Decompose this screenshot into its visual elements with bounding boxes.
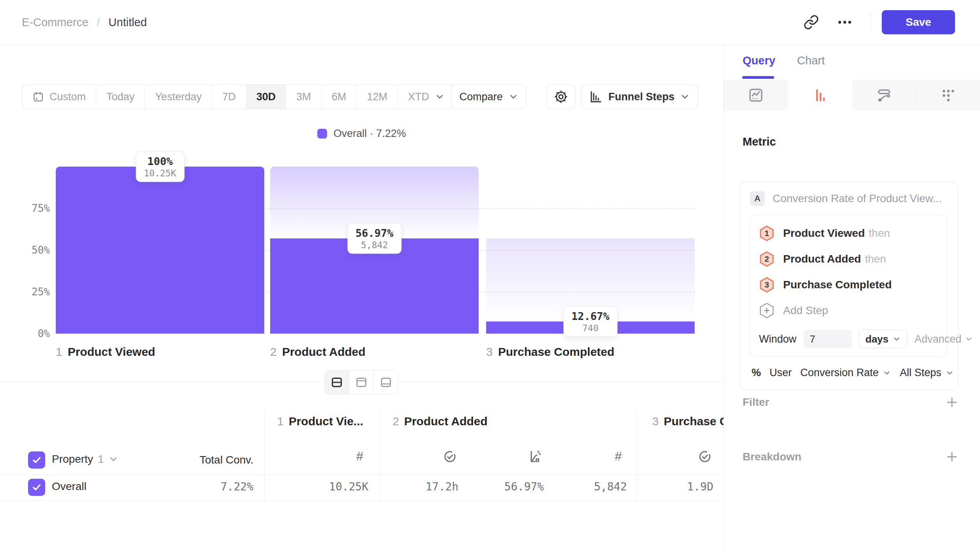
count-icon: # bbox=[356, 449, 363, 464]
breakdown-label: Breakdown bbox=[743, 451, 801, 463]
date-range-12m[interactable]: 12M bbox=[357, 85, 398, 109]
window-value-input[interactable] bbox=[803, 330, 852, 348]
tab-query[interactable]: Query bbox=[743, 54, 775, 67]
breadcrumb-current[interactable]: Untitled bbox=[108, 16, 147, 29]
funnel-step-2[interactable]: 2 Product Addedthen bbox=[759, 246, 939, 272]
table-group-header-2: 2 Product Added bbox=[393, 415, 488, 428]
add-breakdown-button[interactable] bbox=[946, 451, 958, 463]
panel-tabs: Query Chart bbox=[743, 54, 825, 67]
layout-split-view-button[interactable] bbox=[325, 371, 349, 394]
row-checkbox-overall[interactable] bbox=[28, 479, 45, 496]
chart-settings-button[interactable] bbox=[546, 84, 576, 109]
chevron-down-icon bbox=[435, 92, 445, 102]
chevron-down-icon bbox=[883, 369, 891, 377]
chevron-down-icon bbox=[680, 92, 690, 102]
avg-time-icon bbox=[697, 449, 712, 464]
chart-type-selector[interactable]: Funnel Steps bbox=[581, 84, 698, 109]
metric-title-row[interactable]: A Conversion Rate of Product View... bbox=[750, 191, 948, 206]
active-tab-underline bbox=[742, 76, 774, 79]
more-menu-button[interactable] bbox=[830, 10, 860, 34]
add-filter-button[interactable] bbox=[946, 396, 958, 408]
date-range-3m[interactable]: 3M bbox=[286, 85, 322, 109]
chevron-down-icon bbox=[508, 92, 518, 102]
cell-step2-avg-time: 17.2h bbox=[386, 480, 458, 493]
measure-metric-select[interactable]: Conversion Rate bbox=[800, 367, 891, 379]
date-range-6m[interactable]: 6M bbox=[322, 85, 357, 109]
table-only-icon bbox=[380, 376, 392, 389]
measured-as-row: % User Conversion Rate All Steps bbox=[750, 357, 948, 380]
y-tick-0: 0% bbox=[0, 328, 50, 339]
funnel-tooltip-step-3: 12.67% 740 bbox=[563, 306, 618, 337]
breadcrumb-parent[interactable]: E-Commerce bbox=[22, 16, 88, 29]
property-selector[interactable]: Property 1 bbox=[52, 453, 119, 465]
date-range-7d[interactable]: 7D bbox=[212, 85, 246, 109]
app-root: E-Commerce / Untitled Save bbox=[0, 0, 980, 547]
step-3-badge: 3 bbox=[759, 277, 775, 293]
layout-table-only-button[interactable] bbox=[374, 371, 398, 394]
breadcrumb-separator: / bbox=[97, 16, 100, 28]
checkbox-check-icon bbox=[31, 482, 42, 493]
chevron-down-icon bbox=[108, 454, 119, 464]
metric-type-funnel-tab[interactable] bbox=[788, 80, 852, 111]
table-group-header-3: 3 Purchase C bbox=[652, 415, 724, 428]
filter-section: Filter bbox=[743, 396, 958, 408]
tab-chart[interactable]: Chart bbox=[797, 54, 825, 67]
x-label-step-3: 3 Purchase Completed bbox=[486, 345, 614, 359]
funnel-step-3[interactable]: 3 Purchase Completed bbox=[759, 272, 939, 298]
date-range-custom[interactable]: Custom bbox=[22, 85, 96, 109]
avg-time-column-header bbox=[441, 449, 458, 464]
y-tick-25: 25% bbox=[0, 286, 50, 298]
funnel-bar-product-viewed[interactable] bbox=[56, 167, 264, 334]
select-all-checkbox[interactable] bbox=[28, 451, 45, 469]
svg-text:%: % bbox=[537, 449, 541, 456]
date-range-yesterday[interactable]: Yesterday bbox=[145, 85, 212, 109]
funnel-tooltip-step-1: 100% 10.25K bbox=[136, 151, 184, 182]
metric-type-line-chart-tab[interactable] bbox=[724, 80, 788, 111]
step-2-badge: 2 bbox=[759, 251, 775, 267]
chart-only-icon bbox=[355, 376, 368, 389]
percent-icon: % bbox=[752, 367, 761, 379]
date-range-30d[interactable]: 30D bbox=[246, 85, 287, 109]
measure-entity[interactable]: User bbox=[769, 367, 792, 379]
table-group-header-1: 1 Product Vie... bbox=[277, 415, 363, 428]
funnel-step-1-bar-group: 100% 10.25K bbox=[56, 167, 264, 334]
metric-type-flow-tab[interactable] bbox=[852, 80, 916, 111]
row-label-overall: Overall bbox=[52, 480, 87, 493]
funnel-step-1[interactable]: 1 Product Viewedthen bbox=[759, 220, 939, 246]
chart-area: Custom Today Yesterday 7D 30D 3M 6M 12M … bbox=[0, 45, 724, 547]
compare-button[interactable]: Compare bbox=[451, 84, 526, 109]
funnel-tooltip-step-2: 56.97% 5,842 bbox=[347, 223, 402, 254]
layout-chart-only-button[interactable] bbox=[349, 371, 374, 394]
cell-step3-avg-time: 1.9D bbox=[643, 480, 713, 493]
calendar-icon bbox=[32, 91, 44, 103]
funnel-step-3-bar-group: 12.67% 740 bbox=[486, 167, 695, 334]
avg-time-column-header bbox=[696, 449, 713, 464]
date-range-bar: Custom Today Yesterday 7D 30D 3M 6M 12M … bbox=[22, 84, 455, 109]
window-unit-select[interactable]: days bbox=[859, 330, 907, 348]
cell-step2-count: 5,842 bbox=[550, 480, 627, 493]
conversion-window-row: Window days Advanced bbox=[759, 330, 939, 348]
more-icon bbox=[836, 14, 853, 31]
breakdown-section: Breakdown bbox=[743, 451, 958, 463]
add-step-button[interactable]: + Add Step bbox=[759, 298, 939, 323]
save-button[interactable]: Save bbox=[882, 10, 955, 34]
advanced-toggle[interactable]: Advanced bbox=[915, 333, 973, 345]
date-range-today[interactable]: Today bbox=[96, 85, 145, 109]
legend-swatch bbox=[317, 129, 327, 139]
measure-scope-select[interactable]: All Steps bbox=[900, 367, 954, 379]
avg-time-icon bbox=[442, 449, 457, 464]
funnel-plot: 100% 10.25K 56.97% 5,842 12.67% 740 bbox=[56, 167, 695, 334]
count-column-header: # bbox=[351, 449, 368, 464]
metric-type-cohort-tab[interactable] bbox=[916, 80, 980, 111]
share-link-button[interactable] bbox=[796, 10, 826, 34]
metric-section-heading: Metric bbox=[743, 135, 776, 148]
chart-legend: Overall · 7.22% bbox=[0, 128, 724, 140]
date-range-xtd[interactable]: XTD bbox=[398, 85, 455, 109]
conversion-column-header: % bbox=[527, 449, 544, 464]
header-actions: Save bbox=[796, 10, 955, 34]
chevron-down-icon bbox=[945, 369, 954, 377]
x-label-step-1: 1 Product Viewed bbox=[56, 345, 155, 359]
filter-label: Filter bbox=[743, 396, 769, 408]
cell-total-conv: 7.22% bbox=[168, 480, 253, 493]
funnel-steps-card: 1 Product Viewedthen 2 Product Addedthen… bbox=[750, 215, 948, 357]
